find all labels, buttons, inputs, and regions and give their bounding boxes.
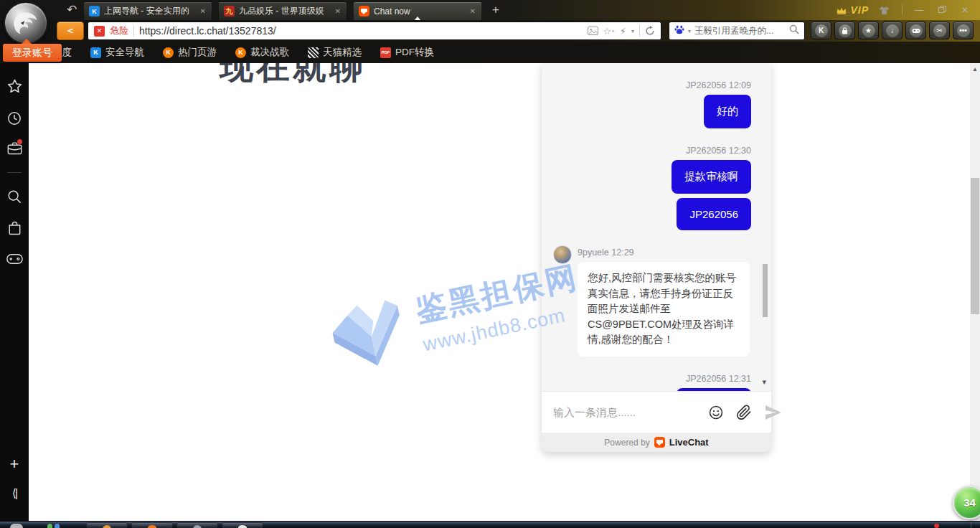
reopen-tab-icon[interactable]: ↶ xyxy=(67,2,77,18)
tab-label: 上网导航 - 安全实用的 xyxy=(104,5,195,17)
shopping-icon[interactable] xyxy=(0,221,29,235)
search-icon[interactable] xyxy=(789,24,799,37)
attachment-icon[interactable] xyxy=(736,405,752,420)
bookmark-item[interactable]: K裁决战歌 xyxy=(235,46,289,59)
agent-message-col: 9pyuele 12:29您好,风控部门需要核实您的账号真实信息，请您手持身份证… xyxy=(578,248,750,361)
divider xyxy=(639,25,640,37)
browser-tab[interactable]: Chat now✕ xyxy=(353,1,482,20)
vip-label: VIP xyxy=(850,4,869,16)
restore-button[interactable] xyxy=(936,5,948,15)
bookmark-item[interactable]: PDFPDF转换 xyxy=(380,46,434,59)
taskbar-button[interactable] xyxy=(222,522,263,528)
more-button[interactable]: ••• xyxy=(953,22,974,39)
search-engine-caret-icon[interactable]: ▾ xyxy=(688,28,691,34)
login-account-button[interactable]: 登录账号 xyxy=(3,44,62,62)
back-button[interactable]: ＜ xyxy=(57,22,84,40)
taskbar-icon[interactable] xyxy=(47,524,52,528)
message-group: JP262056 12:09好的 xyxy=(553,80,751,133)
boost-icon[interactable]: ⚡ xyxy=(620,26,626,37)
screenshot-button[interactable]: ✂ xyxy=(929,22,950,39)
nine-red-icon: 九 xyxy=(224,6,235,16)
favorites-sidebar-icon[interactable] xyxy=(0,79,29,93)
sidebar-collapse-icon[interactable]: ⟨| xyxy=(0,486,29,500)
search-box[interactable]: ▾ 王毅引用孟晚舟的... xyxy=(669,22,805,40)
sidebar-search-icon[interactable] xyxy=(0,189,29,204)
message-bubble: ?核实什么 xyxy=(677,388,751,392)
page-title: 现在就聊 xyxy=(220,63,366,90)
minimize-button[interactable]: — xyxy=(913,5,925,15)
tab-close-icon[interactable]: ✕ xyxy=(334,7,341,15)
notification-dot xyxy=(17,139,22,144)
url-text[interactable]: https://direct.lc.chat/13527813/ xyxy=(139,25,583,37)
security-lock-button[interactable] xyxy=(834,22,855,39)
message-meta: JP262056 12:09 xyxy=(686,80,751,90)
baidu-icon[interactable] xyxy=(674,24,684,37)
chat-widget: ▾ JP262056 12:09好的JP262056 12:30提款审核啊JP2… xyxy=(542,63,771,452)
chat-scrollbar-thumb[interactable] xyxy=(763,264,768,317)
close-window-button[interactable]: ✕ xyxy=(958,5,971,15)
sidebar-games-icon[interactable] xyxy=(0,253,29,265)
chat-messages[interactable]: ▾ JP262056 12:09好的JP262056 12:30提款审核啊JP2… xyxy=(542,63,771,391)
address-row: ＜ ✕ 危险 https://direct.lc.chat/13527813/ … xyxy=(0,20,980,42)
taskbar[interactable] xyxy=(0,521,980,528)
downloads-button[interactable]: ↓ xyxy=(882,22,903,39)
search-query[interactable]: 王毅引用孟晚舟的... xyxy=(694,25,786,37)
message-input[interactable] xyxy=(553,406,696,418)
games-button[interactable] xyxy=(905,22,926,39)
show-desktop-strip[interactable] xyxy=(971,522,971,528)
message-meta: JP262056 12:31 xyxy=(686,374,751,384)
k-site-button[interactable]: K xyxy=(811,22,831,39)
bookmark-label: PDF转换 xyxy=(395,46,434,59)
page-scrollbar[interactable]: ▲ xyxy=(970,63,980,521)
crown-icon xyxy=(836,6,847,15)
mailbox-icon[interactable] xyxy=(0,142,29,155)
nav-blue-icon: K xyxy=(89,6,100,16)
new-tab-button[interactable]: + xyxy=(488,1,504,20)
message-bubble: 提款审核啊 xyxy=(672,160,751,194)
bookmark-item[interactable]: K安全导航 xyxy=(90,46,144,59)
scroll-down-icon[interactable]: ▾ xyxy=(762,377,766,387)
scrollbar-thumb[interactable] xyxy=(971,178,979,314)
divider xyxy=(7,172,22,173)
taskbar-button[interactable] xyxy=(86,522,128,528)
security-status[interactable]: 危险 xyxy=(110,24,128,37)
taskbar-button[interactable] xyxy=(176,522,218,528)
tray-alert-icon[interactable] xyxy=(934,524,939,528)
send-icon[interactable] xyxy=(764,405,783,420)
browser-tab[interactable]: 九九品娱乐 - 世界顶级娱✕ xyxy=(218,1,347,20)
tab-strip: K上网导航 - 安全实用的✕九九品娱乐 - 世界顶级娱✕Chat now✕+ xyxy=(83,1,504,20)
danger-icon: ✕ xyxy=(94,26,105,37)
pdf-icon: PDF xyxy=(380,47,391,58)
sidebar-add-icon[interactable]: + xyxy=(0,455,29,473)
livechat-logo-icon xyxy=(654,437,665,448)
emoji-icon[interactable] xyxy=(708,405,724,420)
scrollbar-up-icon[interactable]: ▲ xyxy=(970,66,980,72)
livechat-brand[interactable]: LiveChat xyxy=(669,437,709,448)
taskbar-button[interactable] xyxy=(131,522,173,528)
taskbar-orb[interactable] xyxy=(10,524,23,528)
address-field[interactable]: ✕ 危险 https://direct.lc.chat/13527813/ ☆+… xyxy=(88,22,661,40)
k-orange-icon: K xyxy=(235,47,246,58)
add-favorite-icon[interactable]: ☆+ xyxy=(603,26,615,37)
favorites-button[interactable]: ★ xyxy=(858,22,879,39)
watermark-logo-icon xyxy=(319,286,419,382)
vip-button[interactable]: VIP xyxy=(836,4,869,16)
tab-close-icon[interactable]: ✕ xyxy=(199,7,207,15)
bookmark-label: 安全导航 xyxy=(105,46,144,59)
history-icon[interactable] xyxy=(0,111,29,126)
browser-logo[interactable] xyxy=(4,1,48,44)
refresh-icon[interactable] xyxy=(645,26,655,36)
skin-icon[interactable] xyxy=(879,6,892,15)
livechat-icon xyxy=(359,6,369,16)
browser-tab[interactable]: K上网导航 - 安全实用的✕ xyxy=(83,1,212,20)
bookmark-item[interactable]: 天猫精选 xyxy=(308,46,362,59)
boost-caret-icon[interactable]: ▾ xyxy=(631,28,634,34)
taskbar-icon[interactable] xyxy=(55,524,60,528)
snapshot-icon[interactable] xyxy=(588,27,598,35)
tab-close-icon[interactable]: ✕ xyxy=(469,7,476,15)
bookmark-item[interactable]: K热门页游 xyxy=(163,46,217,59)
page-content: 现在就聊 ▾ JP262056 12:09好的JP262056 12:30提款审… xyxy=(0,63,980,521)
bookmark-label: 天猫精选 xyxy=(323,46,362,59)
message-group: JP262056 12:31?核实什么 xyxy=(553,374,751,392)
message-bubble: JP262056 xyxy=(677,198,751,230)
